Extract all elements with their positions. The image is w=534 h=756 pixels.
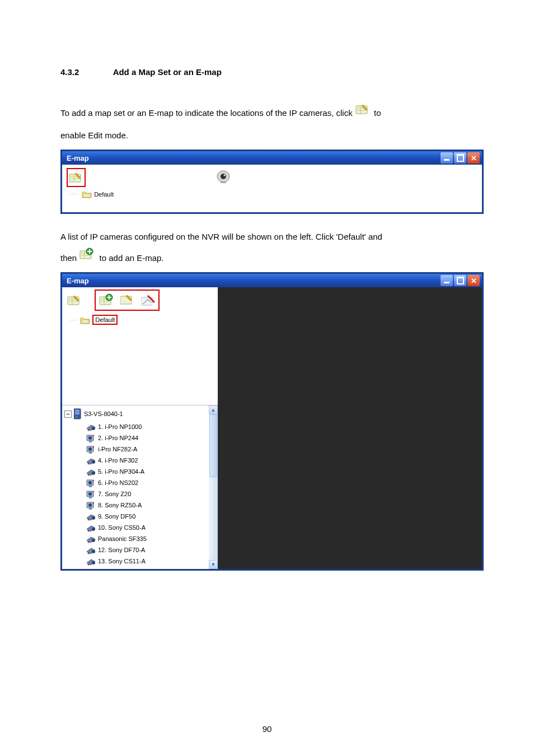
camera-item[interactable]: 6. i-Pro NS202 bbox=[63, 477, 218, 488]
camera-label: 7. Sony Z20 bbox=[98, 491, 131, 497]
ptz-camera-icon bbox=[86, 522, 96, 533]
p1-a: To add a map set or an E-map to indicate… bbox=[60, 108, 355, 118]
fixed-camera-icon bbox=[86, 478, 96, 488]
camera-item[interactable]: 12. Sony DF70-A bbox=[63, 544, 218, 556]
camera-item[interactable]: 8. Sony RZ50-A bbox=[63, 500, 218, 511]
camera-item[interactable]: 14. Sony RZ30 bbox=[63, 567, 218, 569]
window-title: E-map bbox=[67, 277, 89, 285]
fixed-camera-icon bbox=[86, 489, 96, 499]
map-canvas[interactable] bbox=[218, 287, 482, 569]
page-number: 90 bbox=[0, 724, 534, 734]
close-button[interactable]: ✕ bbox=[467, 275, 480, 286]
paragraph-2: A list of IP cameras configured on the N… bbox=[60, 228, 484, 245]
camera-label: 10. Sony CS50-A bbox=[98, 524, 146, 531]
left-pane: ··· Default − S3-VS-8040-1 1. i-Pro NP10… bbox=[62, 287, 218, 569]
camera-label: i-Pro NF282-A bbox=[98, 446, 137, 452]
camera-label: 8. Sony RZ50-A bbox=[98, 502, 142, 508]
camera-item[interactable]: 7. Sony Z20 bbox=[63, 488, 218, 500]
scrollbar[interactable]: ▲ ▼ bbox=[209, 405, 218, 569]
camera-label: 12. Sony DF70-A bbox=[98, 547, 145, 553]
minimize-button[interactable] bbox=[441, 152, 453, 164]
camera-label: 4. i-Pro NF302 bbox=[98, 457, 138, 464]
ptz-camera-icon bbox=[86, 422, 96, 432]
camera-label: 1. i-Pro NP1000 bbox=[98, 423, 142, 430]
camera-item[interactable]: 1. i-Pro NP1000 bbox=[63, 421, 218, 432]
edit-mode-button[interactable] bbox=[67, 168, 86, 187]
emap-window-2: E-map ✕ bbox=[60, 272, 484, 571]
camera-label: Panasonic SF335 bbox=[98, 535, 147, 542]
tree-node-default[interactable]: ··· Default bbox=[70, 314, 218, 325]
camera-label: 9. Sony DF50 bbox=[98, 513, 135, 520]
edit-mode-icon bbox=[355, 102, 372, 123]
camera-item[interactable]: 9. Sony DF50 bbox=[63, 511, 218, 522]
titlebar[interactable]: E-map ✕ bbox=[62, 151, 482, 165]
titlebar[interactable]: E-map ✕ bbox=[62, 274, 482, 287]
camera-item[interactable]: 13. Sony CS11-A bbox=[63, 556, 218, 567]
heading-text: Add a Map Set or an E-map bbox=[113, 67, 222, 77]
root-label: S3-VS-8040-1 bbox=[84, 410, 123, 417]
paragraph-1-line-1: To add a map set or an E-map to indicate… bbox=[60, 104, 484, 124]
fixed-camera-icon bbox=[86, 433, 96, 443]
camera-tree: − S3-VS-8040-1 1. i-Pro NP10002. i-Pro N… bbox=[62, 405, 218, 569]
camera-label: 2. i-Pro NP244 bbox=[98, 435, 138, 441]
ptz-camera-icon bbox=[86, 534, 96, 544]
close-button[interactable]: ✕ bbox=[467, 152, 480, 164]
camera-label: 13. Sony CS11-A bbox=[98, 558, 146, 564]
tree-label: Default bbox=[92, 315, 118, 325]
fixed-camera-icon bbox=[86, 567, 96, 569]
collapse-icon[interactable]: − bbox=[64, 410, 72, 418]
add-map-button[interactable] bbox=[97, 291, 115, 309]
server-icon bbox=[74, 408, 82, 420]
fixed-camera-icon bbox=[86, 444, 96, 454]
paragraph-3: then to add an E-map. bbox=[60, 249, 484, 269]
camera-label: 5. i-Pro NP304-A bbox=[98, 468, 144, 475]
p3-b: to add an E-map. bbox=[100, 253, 164, 263]
folder-icon bbox=[80, 316, 90, 324]
section-heading: 4.3.2 Add a Map Set or an E-map bbox=[60, 67, 484, 77]
camera-label: 6. i-Pro NS202 bbox=[98, 479, 138, 486]
ptz-camera-icon bbox=[86, 545, 96, 555]
delete-map-button[interactable] bbox=[139, 291, 157, 309]
scroll-up-button[interactable]: ▲ bbox=[209, 405, 218, 414]
p1-b: to bbox=[374, 108, 381, 118]
folder-icon bbox=[82, 190, 92, 198]
map-action-group bbox=[95, 290, 160, 311]
tree-node-default[interactable]: ···· Default bbox=[69, 189, 482, 199]
camera-item[interactable]: Panasonic SF335 bbox=[63, 533, 218, 544]
ptz-camera-icon bbox=[86, 466, 96, 477]
webcam-icon[interactable] bbox=[214, 168, 232, 186]
edit-map-button[interactable] bbox=[118, 291, 136, 309]
window-title: E-map bbox=[67, 154, 89, 162]
camera-item[interactable]: 5. i-Pro NP304-A bbox=[63, 466, 218, 477]
ptz-camera-icon bbox=[86, 556, 96, 566]
camera-item[interactable]: 4. i-Pro NF302 bbox=[63, 455, 218, 466]
camera-item[interactable]: i-Pro NF282-A bbox=[63, 444, 218, 455]
ptz-camera-icon bbox=[86, 511, 96, 521]
scroll-thumb[interactable] bbox=[209, 414, 217, 477]
emap-window-1: E-map ✕ ···· Default bbox=[60, 150, 484, 214]
camera-item[interactable]: 2. i-Pro NP244 bbox=[63, 432, 218, 444]
maximize-button[interactable] bbox=[454, 152, 466, 164]
camera-item[interactable]: 10. Sony CS50-A bbox=[63, 522, 218, 533]
fixed-camera-icon bbox=[86, 500, 96, 510]
scroll-down-button[interactable]: ▼ bbox=[209, 560, 218, 569]
tree-label: Default bbox=[94, 191, 114, 198]
tree-connector: ···· bbox=[69, 191, 79, 197]
add-map-icon bbox=[79, 248, 97, 268]
edit-mode-button[interactable] bbox=[65, 291, 83, 309]
tree-root[interactable]: − S3-VS-8040-1 bbox=[63, 407, 218, 421]
p3-a: then bbox=[60, 253, 79, 263]
heading-number: 4.3.2 bbox=[60, 67, 111, 77]
maximize-button[interactable] bbox=[454, 275, 466, 286]
ptz-camera-icon bbox=[86, 455, 96, 465]
paragraph-1-line-2: enable Edit mode. bbox=[60, 127, 484, 144]
minimize-button[interactable] bbox=[441, 275, 453, 286]
tree-connector: ··· bbox=[70, 317, 78, 323]
